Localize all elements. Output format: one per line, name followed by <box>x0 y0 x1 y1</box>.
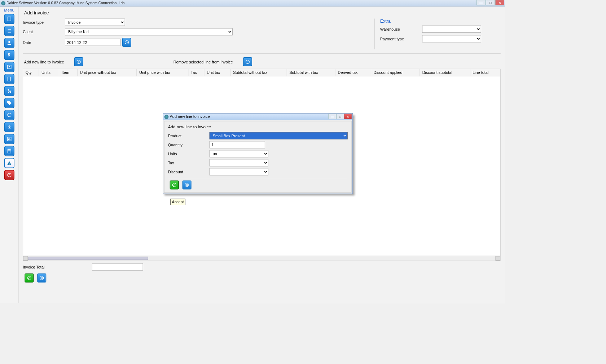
col-unit-tax[interactable]: Unit tax <box>204 69 230 76</box>
minimize-button[interactable]: — <box>477 0 486 5</box>
dialog-cancel-button[interactable] <box>183 181 192 190</box>
invoice-total-label: Invoice Total <box>23 265 92 269</box>
report-icon <box>6 136 12 142</box>
invoice-type-select[interactable]: Invoice <box>65 19 125 26</box>
sidebar-btn-list[interactable] <box>4 26 14 36</box>
horizontal-scrollbar[interactable] <box>23 256 500 261</box>
svg-point-4 <box>9 66 9 67</box>
minus-icon <box>245 59 250 64</box>
menu-label: Menu <box>4 8 14 13</box>
check-icon <box>27 276 31 280</box>
client-select[interactable]: Billy the Kid <box>65 28 233 35</box>
product-label: Product <box>168 133 210 138</box>
dialog-title: Add new line to invoice <box>170 114 210 119</box>
col-qty[interactable]: Qty <box>23 69 39 76</box>
sidebar: Menu $ ! <box>0 6 19 303</box>
col-unit-price-with-tax[interactable]: Unit price with tax <box>137 69 188 76</box>
col-item[interactable]: Item <box>59 69 78 76</box>
refresh-icon <box>6 112 12 118</box>
col-unit-price-no-tax[interactable]: Unit price without tax <box>77 69 137 76</box>
sidebar-btn-contacts[interactable] <box>4 62 14 72</box>
window-title: Daidze Software Version: 0.0.82 Company:… <box>6 1 124 5</box>
tax-select[interactable] <box>210 159 268 166</box>
col-discount-applied[interactable]: Discount applied <box>371 69 420 76</box>
download-icon <box>6 124 12 130</box>
dialog-close-button[interactable]: ✕ <box>344 114 352 119</box>
date-label: Date <box>23 40 65 44</box>
calculator-icon <box>6 148 12 154</box>
sidebar-btn-money[interactable]: $ <box>4 50 14 60</box>
dialog-heading: Add new line to invoice <box>168 124 348 129</box>
scroll-left-arrow[interactable] <box>23 256 28 261</box>
col-tax[interactable]: Tax <box>188 69 204 76</box>
svg-text:$: $ <box>8 53 10 57</box>
sidebar-btn-warning[interactable]: ! <box>4 158 14 168</box>
extra-section-title: Extra <box>380 19 501 24</box>
clock-icon <box>124 40 129 45</box>
plus-icon <box>76 59 81 64</box>
sidebar-btn-report[interactable] <box>4 134 14 144</box>
product-select[interactable]: Small Box Present <box>210 132 348 139</box>
dialog-app-icon <box>164 115 169 119</box>
sidebar-btn-tag[interactable] <box>4 98 14 108</box>
date-picker-button[interactable] <box>122 38 131 47</box>
sidebar-btn-power[interactable] <box>4 170 14 180</box>
contact-icon <box>6 64 12 70</box>
cart-icon <box>6 88 12 94</box>
payment-type-select[interactable] <box>422 35 481 42</box>
tag-icon <box>6 100 12 106</box>
col-derived-tax[interactable]: Derived tax <box>335 69 371 76</box>
sidebar-btn-shop[interactable] <box>4 86 14 96</box>
accept-invoice-button[interactable] <box>25 274 34 283</box>
invoice-total-input[interactable] <box>92 263 143 271</box>
x-icon <box>39 276 44 280</box>
scroll-thumb[interactable] <box>28 257 148 260</box>
svg-rect-0 <box>8 17 11 21</box>
col-discount-subtotal[interactable]: Discount subtotal <box>420 69 470 76</box>
check-icon <box>172 182 176 187</box>
user-icon <box>6 40 12 46</box>
book-icon <box>6 76 12 82</box>
sidebar-btn-address[interactable] <box>4 74 14 84</box>
sidebar-btn-users[interactable] <box>4 38 14 48</box>
svg-point-6 <box>8 92 9 93</box>
add-line-button[interactable] <box>74 57 83 66</box>
svg-rect-10 <box>8 150 10 150</box>
col-subtotal-with-tax[interactable]: Subtotal with tax <box>287 69 335 76</box>
discount-label: Discount <box>168 169 210 174</box>
col-units[interactable]: Units <box>39 69 59 76</box>
list-icon <box>6 28 12 34</box>
scroll-right-arrow[interactable] <box>496 256 500 261</box>
sidebar-btn-calc[interactable] <box>4 146 14 156</box>
dialog-accept-button[interactable] <box>170 181 179 190</box>
remove-line-label: Remove selected line from invoice <box>174 59 233 64</box>
payment-type-label: Payment type <box>380 36 422 41</box>
invoice-type-label: Invoice type <box>23 20 65 24</box>
add-line-label: Add new line to invoice <box>24 59 64 64</box>
units-label: Units <box>168 151 210 156</box>
dialog-maximize-button[interactable]: □ <box>336 114 344 119</box>
svg-point-7 <box>10 92 10 93</box>
quantity-label: Quantity <box>168 142 210 147</box>
sidebar-btn-invoices[interactable] <box>4 14 14 24</box>
date-input[interactable] <box>65 39 120 46</box>
svg-text:!: ! <box>9 162 9 165</box>
discount-select[interactable] <box>210 168 268 175</box>
col-line-total[interactable]: Line total <box>470 69 500 76</box>
svg-rect-5 <box>8 77 10 81</box>
col-subtotal-no-tax[interactable]: Subtotal without tax <box>230 69 287 76</box>
maximize-button[interactable]: □ <box>486 0 495 5</box>
warehouse-select[interactable] <box>422 26 481 33</box>
close-button[interactable]: ✕ <box>495 0 504 5</box>
sidebar-btn-download[interactable] <box>4 122 14 132</box>
sidebar-btn-refresh[interactable] <box>4 110 14 120</box>
units-select[interactable]: un <box>210 150 268 157</box>
quantity-input[interactable] <box>210 141 265 148</box>
dollar-icon: $ <box>6 52 12 58</box>
remove-line-button[interactable] <box>243 57 252 66</box>
cancel-invoice-button[interactable] <box>37 274 46 283</box>
warning-icon: ! <box>6 160 12 166</box>
page-title: Add invoice <box>24 10 501 15</box>
client-label: Client <box>23 30 65 34</box>
dialog-minimize-button[interactable]: — <box>328 114 336 119</box>
